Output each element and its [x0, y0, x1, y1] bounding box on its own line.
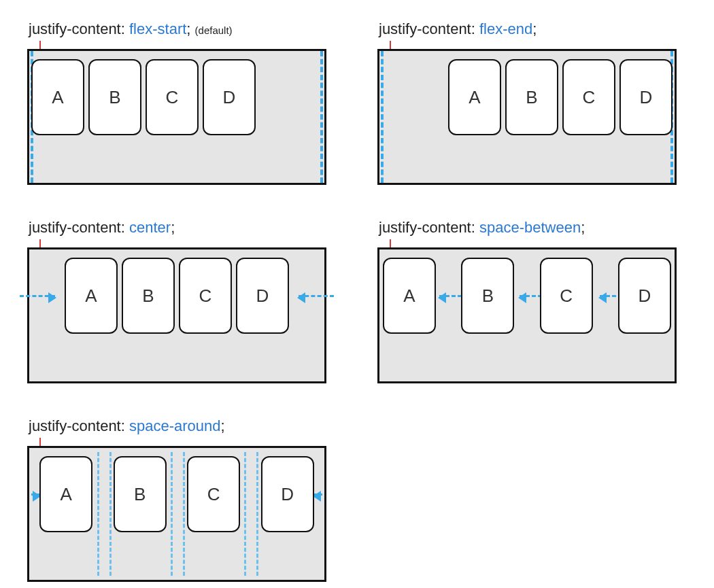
flex-item: A: [31, 59, 84, 135]
flex-item: D: [261, 456, 314, 532]
diagram-space-between: justify-content: space-between; A B C D: [377, 219, 687, 383]
item-label: D: [223, 87, 236, 108]
item-label: B: [134, 484, 146, 505]
caption-tick-icon: [39, 41, 41, 49]
caption-flex-start: justify-content: flex-start; (default): [29, 20, 337, 38]
diagram-space-around: justify-content: space-around; A B C D: [27, 417, 337, 582]
semicolon: ;: [186, 20, 190, 37]
flex-item: C: [562, 59, 615, 135]
flex-items-row: A B C D: [379, 59, 675, 141]
semicolon: ;: [532, 20, 537, 37]
css-property: justify-content:: [29, 417, 125, 434]
css-property: justify-content:: [29, 219, 125, 236]
diagram-flex-end: justify-content: flex-end; A B C D: [377, 20, 687, 185]
css-property: justify-content:: [29, 20, 125, 37]
item-label: C: [199, 286, 212, 307]
diagram-center: justify-content: center; A B C D: [27, 219, 337, 383]
caption-tick-icon: [39, 438, 41, 446]
item-label: C: [207, 484, 220, 505]
item-label: D: [256, 286, 269, 307]
flex-items-row: A B C D: [29, 59, 324, 141]
flex-item: C: [179, 258, 232, 334]
item-label: A: [61, 484, 72, 505]
flex-item: B: [505, 59, 558, 135]
item-label: D: [639, 286, 651, 307]
caption-tick-icon: [390, 41, 391, 49]
caption-center: justify-content: center;: [29, 219, 337, 237]
css-property: justify-content:: [379, 20, 475, 37]
semicolon: ;: [171, 219, 175, 236]
flex-container: A B C D: [27, 247, 326, 383]
item-label: A: [52, 87, 63, 108]
flex-item: A: [65, 258, 118, 334]
item-label: A: [403, 286, 415, 307]
flex-item: D: [619, 59, 673, 135]
caption-space-around: justify-content: space-around;: [29, 417, 337, 435]
flex-item: A: [448, 59, 501, 135]
item-label: C: [560, 286, 573, 307]
semicolon: ;: [221, 417, 225, 434]
flex-item: C: [187, 456, 240, 532]
item-label: D: [281, 484, 294, 505]
flex-item: B: [88, 59, 141, 135]
flex-item: A: [383, 258, 436, 334]
diagram-grid: justify-content: flex-start; (default) A…: [27, 20, 687, 582]
item-label: A: [469, 87, 480, 108]
flex-item: C: [540, 258, 593, 334]
item-label: A: [85, 286, 97, 307]
item-label: D: [640, 87, 653, 108]
item-label: B: [109, 87, 120, 108]
item-label: C: [166, 87, 179, 108]
main-end-edge-icon: [320, 51, 323, 183]
flex-items-row: A B C D: [29, 456, 324, 538]
item-label: B: [142, 286, 154, 307]
diagram-flex-start: justify-content: flex-start; (default) A…: [27, 20, 337, 185]
flex-item: A: [39, 456, 92, 532]
item-label: B: [526, 87, 537, 108]
css-value: center: [129, 219, 171, 236]
flex-item: B: [114, 456, 167, 532]
caption-tick-icon: [390, 239, 391, 247]
default-suffix: (default): [195, 24, 233, 36]
flex-item: C: [146, 59, 199, 135]
flex-item: D: [618, 258, 671, 334]
flex-item: D: [236, 258, 289, 334]
flex-container: A B C D: [377, 247, 677, 383]
caption-tick-icon: [39, 239, 41, 247]
flex-container: A B C D: [27, 446, 326, 582]
flex-item: B: [461, 258, 514, 334]
flex-item: D: [203, 59, 256, 135]
css-property: justify-content:: [379, 219, 475, 236]
css-value: space-around: [129, 417, 221, 434]
flex-items-row: A B C D: [29, 258, 324, 339]
main-start-edge-icon: [381, 51, 384, 183]
caption-space-between: justify-content: space-between;: [379, 219, 687, 237]
item-label: C: [583, 87, 596, 108]
css-value: flex-end: [479, 20, 532, 37]
flex-items-row: A B C D: [379, 258, 675, 339]
flex-container: A B C D: [377, 49, 677, 185]
css-value: flex-start: [129, 20, 186, 37]
caption-flex-end: justify-content: flex-end;: [379, 20, 687, 38]
item-label: B: [482, 286, 494, 307]
css-value: space-between: [479, 219, 581, 236]
flex-item: B: [122, 258, 175, 334]
flex-container: A B C D: [27, 49, 326, 185]
semicolon: ;: [581, 219, 585, 236]
